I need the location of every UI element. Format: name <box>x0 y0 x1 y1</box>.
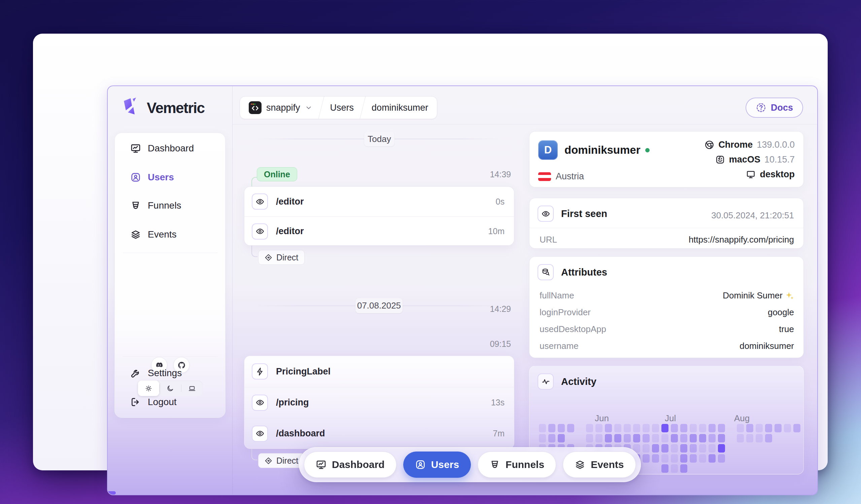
pageview-icon-box <box>252 425 268 442</box>
referrer-badge: Direct <box>258 453 305 468</box>
eye-icon <box>256 398 264 407</box>
os-version: 10.15.7 <box>764 154 795 165</box>
breadcrumb-section[interactable]: Users <box>322 97 363 119</box>
bottom-nav-funnels[interactable]: Funnels <box>478 451 556 478</box>
avatar: D <box>538 140 558 160</box>
direct-icon <box>264 457 272 465</box>
heatmap-cell <box>596 434 602 443</box>
layers-icon <box>130 229 141 240</box>
dashboard-icon <box>316 459 327 470</box>
sidebar-item-settings[interactable]: Settings <box>120 362 220 384</box>
user-summary-card: D dominiksumer Chrome 139.0.0.0 macOS 10… <box>529 131 804 187</box>
event-row[interactable]: /pricing 13s <box>244 387 514 418</box>
wrench-icon <box>130 368 141 378</box>
sidebar-separator <box>123 253 218 253</box>
sidebar-separator <box>123 356 218 356</box>
eye-icon <box>256 227 264 236</box>
eye-icon <box>256 197 264 206</box>
app-window: Vemetric Dashboard Users Funnels Events <box>107 85 818 495</box>
heatmap-cell <box>775 424 782 432</box>
heatmap-cell <box>756 434 763 443</box>
topbar-divider <box>233 124 817 125</box>
os-name: macOS <box>729 154 760 165</box>
event-label: /pricing <box>276 397 491 408</box>
custom-event-icon-box <box>252 363 268 379</box>
breadcrumb-section-label: Users <box>330 103 354 113</box>
funnel-icon <box>489 459 500 470</box>
bottom-nav-users[interactable]: Users <box>403 451 471 478</box>
breadcrumb-project-label: snappify <box>266 103 300 113</box>
bottom-nav: Dashboard Users Funnels Events <box>299 447 641 482</box>
day-divider-label: 07.08.2025 <box>357 300 401 311</box>
bottom-nav-dashboard[interactable]: Dashboard <box>304 451 397 478</box>
event-row[interactable]: PricingLabel <box>244 356 514 387</box>
heatmap-cell <box>586 424 593 432</box>
event-row[interactable]: /editor 10m <box>244 216 514 246</box>
bottom-nav-events[interactable]: Events <box>563 451 636 478</box>
activity-title: Activity <box>561 376 597 387</box>
sidebar-item-users[interactable]: Users <box>120 167 220 188</box>
direct-icon <box>264 254 272 262</box>
online-badge-label: Online <box>264 170 290 179</box>
os-row: macOS 10.15.7 <box>715 154 795 165</box>
attribute-value-text: Dominik Sumer <box>723 290 782 301</box>
heatmap-cell <box>652 444 659 452</box>
pageview-icon-box <box>252 395 268 411</box>
app-logo[interactable]: Vemetric <box>122 97 204 119</box>
device-row: desktop <box>746 169 795 180</box>
heatmap-cell <box>793 424 801 432</box>
bottom-nav-label: Dashboard <box>332 459 385 470</box>
sidebar-item-dashboard[interactable]: Dashboard <box>120 138 220 159</box>
heatmap-cell <box>548 424 555 432</box>
heatmap-cell <box>680 424 687 432</box>
event-row[interactable]: /editor 0s <box>244 187 514 216</box>
heatmap-cell <box>624 424 631 432</box>
logout-icon <box>130 397 141 407</box>
scroll-indicator[interactable] <box>107 491 116 494</box>
heatmap-cell <box>661 444 668 452</box>
heatmap-cell <box>661 424 668 432</box>
chevron-down-icon <box>305 104 312 111</box>
event-duration: 7m <box>493 429 505 438</box>
pageview-icon-box <box>252 194 268 210</box>
pulse-icon <box>541 377 550 386</box>
sidebar-item-label: Settings <box>148 368 182 378</box>
event-row[interactable]: /dashboard 7m <box>244 418 514 449</box>
heatmap-cell <box>633 434 640 443</box>
online-badge: Online <box>257 167 297 181</box>
heatmap-cell <box>709 454 715 463</box>
docs-button-label: Docs <box>771 103 793 113</box>
chrome-icon <box>705 140 714 150</box>
referrer-badge: Direct <box>258 250 305 265</box>
breadcrumb-entity-label: dominiksumer <box>372 103 428 113</box>
card-separator <box>530 228 804 228</box>
heatmap-cell <box>765 434 772 443</box>
event-label: /dashboard <box>276 428 493 439</box>
sidebar-item-events[interactable]: Events <box>120 224 220 245</box>
heatmap-cell <box>718 424 725 432</box>
breadcrumb-entity[interactable]: dominiksumer <box>363 97 437 119</box>
docs-button[interactable]: Docs <box>746 98 803 118</box>
heatmap-cell <box>784 424 791 432</box>
breadcrumb-project[interactable]: snappify <box>240 97 321 119</box>
heatmap-cell <box>652 454 659 463</box>
heatmap-cell <box>652 434 659 443</box>
heatmap-cell <box>690 454 697 463</box>
sidebar-item-funnels[interactable]: Funnels <box>120 195 220 216</box>
url-value: https://snappify.com/pricing <box>689 235 794 245</box>
heatmap-cell <box>548 434 555 443</box>
session-start-time: 09:15 <box>461 339 511 349</box>
heatmap-cell <box>671 424 678 432</box>
snappify-favicon <box>249 101 261 114</box>
activity-icon-box <box>537 374 554 390</box>
day-divider-label: Today <box>368 134 391 144</box>
event-duration: 13s <box>491 398 505 407</box>
sidebar-item-logout[interactable]: Logout <box>120 391 220 413</box>
heatmap-cell <box>558 434 565 443</box>
heatmap-cell <box>643 454 650 463</box>
heatmap-cell <box>671 454 678 463</box>
attribute-value: Dominik Sumer <box>723 290 794 301</box>
heatmap-cell <box>671 444 678 452</box>
month-label: Jun <box>595 413 609 424</box>
heatmap-cell <box>643 434 650 443</box>
